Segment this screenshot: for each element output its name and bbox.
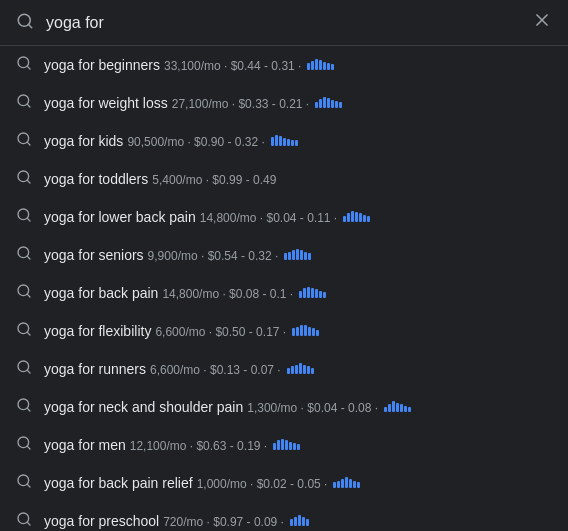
suggestion-text: yoga for back pain [44, 285, 158, 301]
suggestion-meta: 6,600/mo · $0.13 - 0.07 · [150, 363, 281, 377]
svg-line-25 [27, 446, 30, 449]
svg-line-29 [27, 522, 30, 525]
suggestion-content: yoga for toddlers5,400/mo · $0.99 - 0.49 [44, 171, 552, 187]
suggestion-content: yoga for weight loss27,100/mo · $0.33 - … [44, 95, 552, 111]
suggestion-search-icon [16, 511, 32, 531]
suggestion-meta: 720/mo · $0.97 - 0.09 · [163, 515, 284, 529]
bar-chart [384, 400, 411, 412]
bar-chart [271, 134, 298, 146]
bar-chart [299, 286, 326, 298]
suggestion-content: yoga for kids90,500/mo · $0.90 - 0.32 · [44, 133, 552, 149]
svg-line-15 [27, 256, 30, 259]
suggestion-item[interactable]: yoga for men12,100/mo · $0.63 - 0.19 · [0, 426, 568, 464]
bar-chart [343, 210, 370, 222]
bar-chart [290, 514, 309, 526]
suggestion-item[interactable]: yoga for kids90,500/mo · $0.90 - 0.32 · [0, 122, 568, 160]
suggestion-meta: 6,600/mo · $0.50 - 0.17 · [155, 325, 286, 339]
bar-chart [287, 362, 314, 374]
suggestion-search-icon [16, 93, 32, 113]
suggestion-meta: 14,800/mo · $0.08 - 0.1 · [162, 287, 293, 301]
suggestion-text: yoga for preschool [44, 513, 159, 529]
suggestion-search-icon [16, 359, 32, 379]
suggestion-content: yoga for flexibility6,600/mo · $0.50 - 0… [44, 323, 552, 339]
suggestion-text: yoga for runners [44, 361, 146, 377]
suggestion-text: yoga for weight loss [44, 95, 168, 111]
bar-chart [273, 438, 300, 450]
suggestion-search-icon [16, 321, 32, 341]
bar-chart [292, 324, 319, 336]
suggestion-meta: 1,300/mo · $0.04 - 0.08 · [247, 401, 378, 415]
suggestion-meta: 5,400/mo · $0.99 - 0.49 [152, 173, 276, 187]
suggestion-meta: 14,800/mo · $0.04 - 0.11 · [200, 211, 337, 225]
suggestion-item[interactable]: yoga for runners6,600/mo · $0.13 - 0.07 … [0, 350, 568, 388]
suggestion-content: yoga for preschool720/mo · $0.97 - 0.09 … [44, 513, 552, 529]
svg-line-23 [27, 408, 30, 411]
bar-chart [333, 476, 360, 488]
suggestion-item[interactable]: yoga for lower back pain14,800/mo · $0.0… [0, 198, 568, 236]
suggestion-text: yoga for men [44, 437, 126, 453]
suggestion-content: yoga for seniors9,900/mo · $0.54 - 0.32 … [44, 247, 552, 263]
suggestion-meta: 1,000/mo · $0.02 - 0.05 · [197, 477, 328, 491]
suggestions-list: yoga for beginners33,100/mo · $0.44 - 0.… [0, 46, 568, 531]
suggestion-search-icon [16, 435, 32, 455]
svg-line-1 [28, 24, 31, 27]
suggestion-search-icon [16, 169, 32, 189]
suggestion-meta: 90,500/mo · $0.90 - 0.32 · [127, 135, 264, 149]
suggestion-search-icon [16, 131, 32, 151]
suggestion-meta: 12,100/mo · $0.63 - 0.19 · [130, 439, 267, 453]
clear-icon[interactable] [532, 10, 552, 35]
suggestion-text: yoga for kids [44, 133, 123, 149]
suggestion-search-icon [16, 55, 32, 75]
suggestion-meta: 33,100/mo · $0.44 - 0.31 · [164, 59, 301, 73]
suggestion-search-icon [16, 207, 32, 227]
svg-line-27 [27, 484, 30, 487]
suggestion-text: yoga for seniors [44, 247, 144, 263]
suggestion-item[interactable]: yoga for beginners33,100/mo · $0.44 - 0.… [0, 46, 568, 84]
svg-line-19 [27, 332, 30, 335]
svg-line-7 [27, 104, 30, 107]
bar-chart [315, 96, 342, 108]
search-bar [0, 0, 568, 46]
svg-line-5 [27, 66, 30, 69]
suggestion-text: yoga for toddlers [44, 171, 148, 187]
suggestion-item[interactable]: yoga for seniors9,900/mo · $0.54 - 0.32 … [0, 236, 568, 274]
bar-chart [307, 58, 334, 70]
suggestion-item[interactable]: yoga for weight loss27,100/mo · $0.33 - … [0, 84, 568, 122]
bar-chart [284, 248, 311, 260]
suggestion-meta: 27,100/mo · $0.33 - 0.21 · [172, 97, 309, 111]
suggestion-content: yoga for lower back pain14,800/mo · $0.0… [44, 209, 552, 225]
suggestion-text: yoga for neck and shoulder pain [44, 399, 243, 415]
suggestion-text: yoga for lower back pain [44, 209, 196, 225]
suggestion-content: yoga for back pain relief1,000/mo · $0.0… [44, 475, 552, 491]
suggestion-content: yoga for beginners33,100/mo · $0.44 - 0.… [44, 57, 552, 73]
suggestion-content: yoga for men12,100/mo · $0.63 - 0.19 · [44, 437, 552, 453]
suggestion-meta: 9,900/mo · $0.54 - 0.32 · [148, 249, 279, 263]
suggestion-text: yoga for beginners [44, 57, 160, 73]
svg-line-17 [27, 294, 30, 297]
suggestion-search-icon [16, 283, 32, 303]
suggestion-item[interactable]: yoga for flexibility6,600/mo · $0.50 - 0… [0, 312, 568, 350]
svg-line-21 [27, 370, 30, 373]
svg-line-9 [27, 142, 30, 145]
suggestion-item[interactable]: yoga for back pain14,800/mo · $0.08 - 0.… [0, 274, 568, 312]
suggestion-text: yoga for flexibility [44, 323, 151, 339]
suggestion-item[interactable]: yoga for back pain relief1,000/mo · $0.0… [0, 464, 568, 502]
suggestions-container: yoga for beginners33,100/mo · $0.44 - 0.… [0, 46, 568, 531]
suggestion-content: yoga for neck and shoulder pain1,300/mo … [44, 399, 552, 415]
suggestion-item[interactable]: yoga for toddlers5,400/mo · $0.99 - 0.49 [0, 160, 568, 198]
suggestion-content: yoga for runners6,600/mo · $0.13 - 0.07 … [44, 361, 552, 377]
suggestion-text: yoga for back pain relief [44, 475, 193, 491]
suggestion-item[interactable]: yoga for preschool720/mo · $0.97 - 0.09 … [0, 502, 568, 531]
suggestion-search-icon [16, 473, 32, 493]
search-input[interactable] [46, 14, 520, 32]
svg-line-13 [27, 218, 30, 221]
search-icon [16, 12, 34, 34]
suggestion-search-icon [16, 397, 32, 417]
suggestion-item[interactable]: yoga for neck and shoulder pain1,300/mo … [0, 388, 568, 426]
suggestion-content: yoga for back pain14,800/mo · $0.08 - 0.… [44, 285, 552, 301]
svg-line-11 [27, 180, 30, 183]
suggestion-search-icon [16, 245, 32, 265]
